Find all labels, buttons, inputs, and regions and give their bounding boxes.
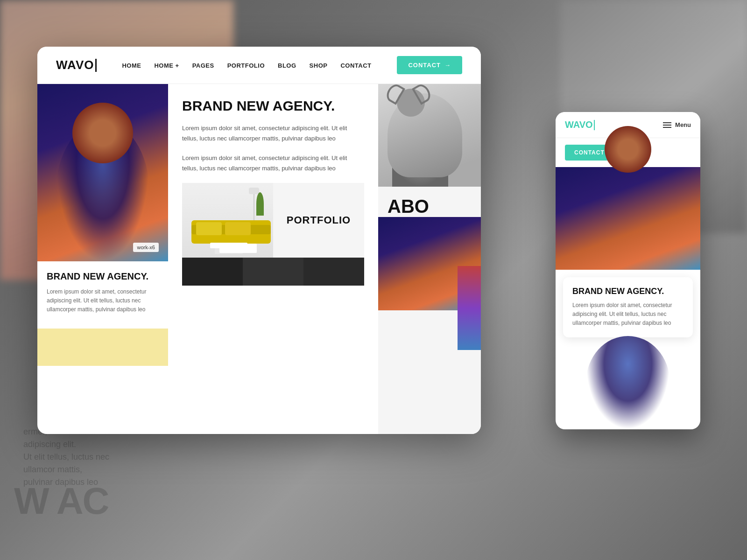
grid-cell-1 bbox=[182, 258, 243, 286]
abstract-image bbox=[458, 266, 481, 350]
mobile-mockup: WAVO Menu CONTACT → BRAND NEW AGENCY. Lo… bbox=[556, 112, 700, 429]
grid-cell-3 bbox=[303, 258, 364, 286]
sofa-image bbox=[182, 183, 273, 258]
nav-item-pages[interactable]: PAGES bbox=[192, 61, 214, 70]
mobile-hero-image bbox=[556, 167, 700, 270]
mobile-card-title: BRAND NEW AGENCY. bbox=[572, 287, 684, 296]
portfolio-label: PORTFOLIO bbox=[273, 183, 364, 258]
main-paragraph1: Lorem ipsum dolor sit amet, consectetur … bbox=[182, 123, 364, 144]
bg-sub3: Ut elit tellus, luctus nec bbox=[23, 452, 109, 462]
logo-cursor bbox=[95, 59, 97, 72]
mobile-content-card: BRAND NEW AGENCY. Lorem ipsum dolor sit … bbox=[563, 277, 693, 337]
bg-sub4: ullamcor mattis, bbox=[23, 465, 109, 475]
desktop-contact-button[interactable]: CONTACT → bbox=[397, 56, 462, 74]
nav-item-home-plus[interactable]: HOME + bbox=[154, 61, 179, 70]
ram-image bbox=[378, 84, 481, 187]
desktop-content: work-x6 BRAND NEW AGENCY. Lorem ipsum do… bbox=[37, 84, 481, 434]
left-yellow-block bbox=[37, 329, 168, 366]
nav-item-shop[interactable]: SHOP bbox=[310, 61, 328, 70]
col-left: work-x6 BRAND NEW AGENCY. Lorem ipsum do… bbox=[37, 84, 168, 434]
main-paragraph2: Lorem ipsum dolor sit amet, consectetur … bbox=[182, 153, 364, 174]
bg-sub5: pulvinar dapibus leo bbox=[23, 477, 109, 487]
desktop-mockup: WAVO HOME HOME + PAGES PORTFOLIO BLOG SH… bbox=[37, 47, 481, 434]
nav-links: HOME HOME + PAGES PORTFOLIO BLOG SHOP CO… bbox=[122, 61, 371, 70]
work-badge: work-x6 bbox=[133, 243, 159, 252]
mid-bottom-grid: PORTFOLIO bbox=[182, 183, 364, 258]
col-right: ABO bbox=[378, 84, 481, 434]
mobile-logo-cursor bbox=[594, 120, 595, 130]
grid-cell-2 bbox=[243, 258, 303, 286]
bg-small-texts: ermet, adipiscing elit. Ut elit tellus, … bbox=[23, 427, 109, 490]
left-brand-title: BRAND NEW AGENCY. bbox=[47, 271, 159, 282]
hero-image-left: work-x6 bbox=[37, 84, 168, 261]
left-bottom-content: BRAND NEW AGENCY. Lorem ipsum dolor sit … bbox=[37, 261, 168, 324]
mobile-logo: WAVO bbox=[565, 119, 595, 130]
nav-item-contact[interactable]: CONTACT bbox=[340, 61, 371, 70]
nav-item-blog[interactable]: BLOG bbox=[278, 61, 296, 70]
hamburger-icon bbox=[663, 122, 671, 128]
grid-bottom-row bbox=[182, 258, 364, 286]
left-brand-text: Lorem ipsum dolor sit amet, consectetur … bbox=[47, 287, 159, 315]
bg-sub2: adipiscing elit. bbox=[23, 440, 109, 449]
about-partial-text: ABO bbox=[378, 187, 481, 217]
main-title: BRAND NEW AGENCY. bbox=[182, 98, 364, 114]
menu-label: Menu bbox=[675, 121, 691, 128]
nav-item-home[interactable]: HOME bbox=[122, 61, 141, 70]
nav-item-portfolio[interactable]: PORTFOLIO bbox=[227, 61, 265, 70]
desktop-logo: WAVO bbox=[56, 58, 97, 72]
col-mid: BRAND NEW AGENCY. Lorem ipsum dolor sit … bbox=[168, 84, 378, 434]
mobile-card-text: Lorem ipsum dolor sit amet, consectetur … bbox=[572, 301, 684, 328]
desktop-nav: WAVO HOME HOME + PAGES PORTFOLIO BLOG SH… bbox=[37, 47, 481, 84]
mobile-menu-button[interactable]: Menu bbox=[663, 121, 691, 128]
